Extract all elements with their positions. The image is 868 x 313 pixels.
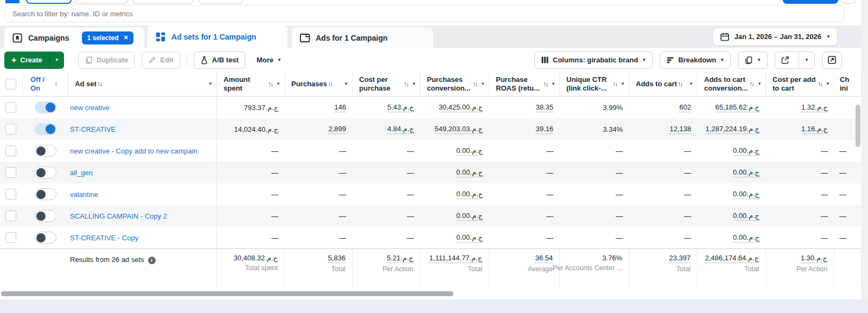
ad-set-toggle[interactable]	[35, 232, 56, 244]
column-header-unique-ctr-link-click-[interactable]: Unique CTR (link click-...↑↓▼	[560, 72, 629, 96]
metric-cell: 0.00.م.ج	[698, 205, 766, 227]
adset-name-link[interactable]: new creative - Copy add to new campain	[70, 147, 197, 155]
ad-set-toggle[interactable]	[35, 123, 56, 135]
summary-sublabel: Total spent	[245, 264, 278, 272]
cutoff-pill[interactable]	[75, 0, 128, 4]
metric-value: —	[839, 234, 846, 242]
vertical-scrollbar-thumb[interactable]	[856, 105, 860, 147]
column-menu-icon[interactable]: ▼	[276, 82, 280, 86]
column-menu-icon[interactable]: ▼	[481, 82, 485, 86]
adset-name-cell: new creative	[68, 97, 217, 118]
ad-set-toggle[interactable]	[35, 188, 56, 200]
adset-name-link[interactable]: all_gen	[70, 169, 93, 177]
adset-name-link[interactable]: ST-CREATIVE - Copy	[70, 234, 138, 242]
more-button[interactable]: More ▼	[252, 52, 286, 69]
metric-value: —	[546, 147, 553, 155]
row-checkbox[interactable]	[5, 232, 16, 243]
column-header-cost-per-add-to-cart[interactable]: Cost per add to cart↑↓▼	[766, 72, 834, 96]
ad-set-toggle[interactable]	[35, 167, 56, 178]
column-menu-icon[interactable]: ▼	[412, 82, 416, 86]
adset-name-link[interactable]: ST-CREATIVE	[70, 125, 116, 133]
ad-set-toggle[interactable]	[35, 145, 56, 157]
toggle-cell	[23, 140, 68, 162]
cutoff-pill-blue[interactable]	[5, 0, 20, 3]
cutoff-pill[interactable]	[842, 0, 855, 4]
tab-ads[interactable]: Ads for 1 Campaign	[292, 28, 433, 48]
metric-value: —	[839, 212, 846, 220]
row-checkbox[interactable]	[5, 189, 16, 200]
cutoff-pill[interactable]	[132, 0, 193, 4]
close-icon[interactable]: ✕	[124, 34, 129, 41]
duplicate-button[interactable]: Duplicate	[78, 52, 135, 69]
info-icon[interactable]: i	[148, 257, 156, 264]
metric-cell: 146	[285, 97, 353, 118]
column-header-adds-to-cart-conversion-[interactable]: Adds to cart conversion...↑↓▼	[698, 72, 766, 96]
column-header-ad-set[interactable]: Ad set ↑↓▼	[68, 72, 217, 96]
column-menu-icon[interactable]: ▼	[344, 82, 348, 86]
column-header-adds-to-cart[interactable]: Adds to cart ↑↓▼	[629, 72, 698, 96]
export-icon[interactable]	[775, 56, 795, 65]
breakdown-button[interactable]: Breakdown ▼	[660, 52, 731, 69]
adset-name-link[interactable]: new creative	[70, 104, 110, 112]
metric-cell: 3.34%	[560, 118, 629, 140]
columns-button[interactable]: Columns: girabatic brand ▼	[534, 52, 653, 69]
column-menu-icon[interactable]: ▼	[689, 82, 693, 86]
export-split-button[interactable]: ▼	[775, 52, 815, 69]
row-checkbox-cell	[0, 162, 23, 183]
summary-value: 1.30.م.ج	[801, 254, 827, 263]
column-menu-icon[interactable]: ▼	[551, 82, 556, 86]
metric-cell: —	[217, 227, 285, 248]
search-filter-input[interactable]	[4, 5, 844, 22]
metric-value: 30,425.00.م.ج	[439, 103, 483, 112]
select-all-checkbox[interactable]	[5, 79, 16, 90]
date-range-picker[interactable]: Jan 1, 2026 – Jan 31, 2026 ▼	[713, 28, 838, 46]
chart-icon	[827, 55, 837, 65]
charts-button[interactable]	[822, 52, 842, 69]
create-button[interactable]: +Create ▼	[4, 52, 64, 69]
column-menu-icon[interactable]: ▼	[826, 82, 830, 86]
row-checkbox[interactable]	[5, 124, 16, 135]
tab-adsets[interactable]: Ad sets for 1 Campaign	[148, 25, 288, 48]
export-dropdown[interactable]: ▼	[799, 52, 814, 68]
row-checkbox[interactable]	[5, 145, 16, 156]
adset-name-link[interactable]: SCALLING CAMPAIN - Copy 2	[70, 212, 167, 220]
summary-value: 23,397	[669, 254, 691, 263]
column-header-amount-spent[interactable]: Amount spent↑↓▼	[217, 72, 285, 96]
edit-button[interactable]: Edit	[142, 52, 180, 69]
ad-set-toggle[interactable]	[35, 101, 56, 113]
cutoff-pill[interactable]	[199, 0, 243, 4]
row-checkbox[interactable]	[5, 210, 16, 221]
summary-row: Results from 26 ad sets i 30,408.32.م.جT…	[0, 248, 861, 288]
metric-cell: 0.00.م.ج	[420, 205, 489, 227]
summary-cutoff-cell	[834, 249, 861, 288]
cutoff-pill-outlined[interactable]	[26, 0, 72, 4]
column-label: Purchase ROAS (retu...	[496, 75, 543, 92]
tab-campaigns[interactable]: Campaigns 1 selected ✕	[4, 28, 144, 48]
ab-test-button[interactable]: A/B test	[194, 52, 245, 69]
horizontal-scrollbar-thumb[interactable]	[1, 291, 454, 296]
column-header-ch-ini[interactable]: Ch ini	[834, 72, 861, 96]
adset-name-link[interactable]: valantine	[70, 190, 98, 199]
ad-set-toggle[interactable]	[35, 210, 56, 222]
metric-value: 146	[334, 103, 346, 112]
column-menu-icon[interactable]: ▼	[208, 82, 213, 86]
create-dropdown[interactable]: ▼	[49, 52, 64, 69]
row-checkbox[interactable]	[5, 102, 16, 113]
selected-filter-badge[interactable]: 1 selected ✕	[82, 31, 133, 44]
metric-value: —	[684, 234, 691, 242]
column-header-cost-per-purchase[interactable]: Cost per purchase↑↓▼	[353, 72, 420, 96]
sort-up-icon: ↑	[54, 80, 58, 88]
column-header-purchases-conversion-[interactable]: Purchases conversion...↑↓▼	[420, 72, 489, 96]
toggle-cell	[23, 205, 68, 227]
column-menu-icon[interactable]: ▼	[757, 82, 762, 86]
metric-cell: —	[353, 183, 420, 205]
column-header-off-on[interactable]: Off / On ↑	[23, 72, 68, 96]
column-header-purchase-roas-retu-[interactable]: Purchase ROAS (retu...↑↓▼	[489, 72, 560, 96]
metric-cell: —	[217, 140, 285, 162]
cutoff-pill-blue-right[interactable]	[783, 0, 838, 4]
column-menu-icon[interactable]: ▼	[621, 82, 625, 86]
column-header-purchases[interactable]: Purchases ↑↓▼	[285, 72, 353, 96]
row-checkbox[interactable]	[5, 167, 16, 178]
reports-button[interactable]: ▼	[738, 52, 768, 69]
metric-value: 549,203.03.م.ج	[435, 125, 483, 134]
